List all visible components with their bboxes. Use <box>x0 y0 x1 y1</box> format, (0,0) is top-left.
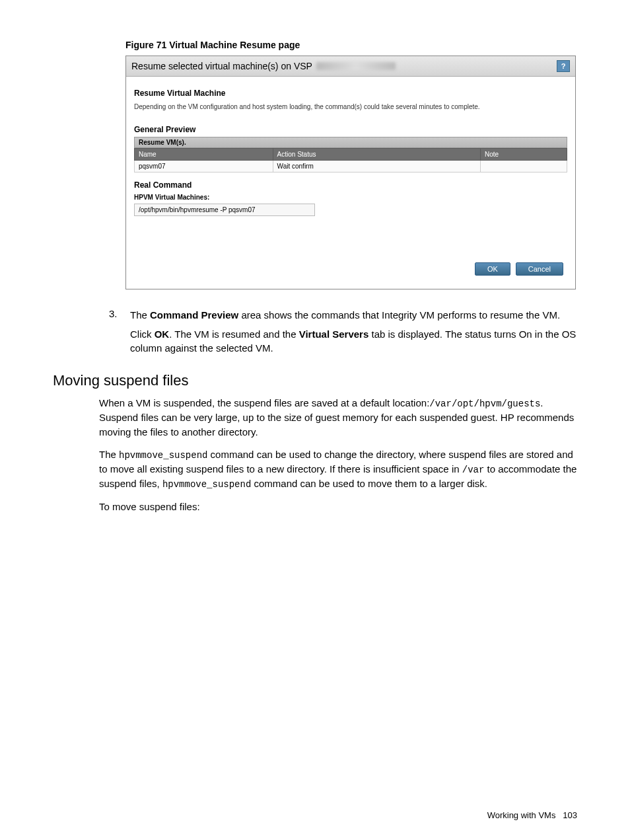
col-action-status: Action Status <box>273 149 480 161</box>
figure-caption: Figure 71 Virtual Machine Resume page <box>125 40 577 50</box>
table-row: pqsvm07 Wait confirm <box>135 161 567 172</box>
cell-status: Wait confirm <box>273 161 480 172</box>
var-code: /var <box>462 465 485 475</box>
cmd-code: hpvmmove_suspend <box>162 479 251 490</box>
para-2: The hpvmmove_suspend command can be used… <box>99 447 577 492</box>
ok-bold: OK <box>155 328 170 340</box>
t: . The VM is resumed and the <box>169 328 299 340</box>
cell-name: pqsvm07 <box>135 161 273 172</box>
path-code: /var/opt/hpvm/guests <box>429 399 540 409</box>
footer-text: Working with VMs <box>487 810 556 820</box>
panel-heading: Resume Virtual Machine <box>134 89 567 98</box>
window-title: Resume selected virtual machine(s) on VS… <box>131 61 312 71</box>
titlebar: Resume selected virtual machine(s) on VS… <box>126 56 575 77</box>
t: Click <box>130 328 155 340</box>
step-number: 3. <box>109 308 130 355</box>
cancel-button[interactable]: Cancel <box>516 262 563 276</box>
virtual-servers-bold: Virtual Servers <box>299 328 369 340</box>
hostname-blur <box>316 62 396 70</box>
para-1: When a VM is suspended, the suspend file… <box>99 396 577 439</box>
preview-table: Name Action Status Note pqsvm07 Wait con… <box>134 148 567 172</box>
para-3: To move suspend files: <box>99 500 577 514</box>
col-note: Note <box>480 149 567 161</box>
screenshot-panel: Resume selected virtual machine(s) on VS… <box>125 56 576 289</box>
t: command can be used to move them to a la… <box>251 478 487 489</box>
footer-page-number: 103 <box>563 810 577 820</box>
page-footer: Working with VMs 103 <box>487 810 577 820</box>
t: The <box>99 449 119 460</box>
t: The <box>130 309 150 321</box>
panel-description: Depending on the VM configuration and ho… <box>134 103 567 110</box>
t: When a VM is suspended, the suspend file… <box>99 397 429 408</box>
resume-vms-label: Resume VM(s). <box>134 137 567 148</box>
cmd-code: hpvmmove_suspend <box>119 450 207 461</box>
hpvm-label: HPVM Virtual Machines: <box>134 194 567 201</box>
col-name: Name <box>135 149 273 161</box>
command-preview-bold: Command Preview <box>150 309 238 321</box>
ok-button[interactable]: OK <box>475 262 510 276</box>
table-header-row: Name Action Status Note <box>135 149 567 161</box>
command-text: /opt/hpvm/bin/hpvmresume -P pqsvm07 <box>134 204 315 216</box>
general-preview-title: General Preview <box>134 125 567 134</box>
cell-note <box>480 161 567 172</box>
real-command-title: Real Command <box>134 180 567 190</box>
step-text: The Command Preview area shows the comma… <box>130 308 577 355</box>
t: area shows the commands that Integrity V… <box>238 309 560 321</box>
moving-suspend-heading: Moving suspend files <box>53 372 577 389</box>
help-icon[interactable]: ? <box>557 60 570 72</box>
